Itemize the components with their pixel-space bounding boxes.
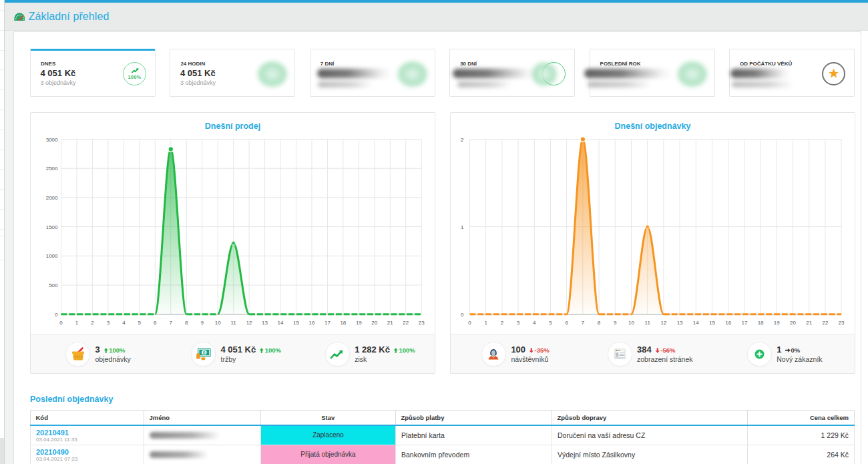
summary-card-2[interactable]: 24 HODIN4 051 Kč3 objednávky <box>170 49 295 97</box>
sidebar-separator <box>0 150 4 150</box>
order-date: 03.04.2021 07:23 <box>36 456 138 462</box>
data-point-dot[interactable] <box>232 241 236 245</box>
data-point-dot[interactable] <box>646 225 650 229</box>
card-period-label: 7 DNÍ <box>320 61 334 67</box>
blurred-customer-name <box>150 432 220 439</box>
orders-chart-stats-footer: 100-35%návštěvníků384-56%zobrazení strán… <box>451 334 855 373</box>
sidebar-footer-block <box>0 438 4 464</box>
summary-card-6[interactable]: OD POČÁTKU VĚKŮ★ <box>729 49 855 97</box>
sidebar-separator <box>0 169 4 170</box>
blurred-customer-name <box>150 451 208 458</box>
chart-up-icon-circle <box>325 342 350 367</box>
new-customer-icon <box>754 349 765 359</box>
blurred-card-subtext <box>457 81 512 87</box>
orders-section-heading: Poslední objednávky <box>30 395 113 404</box>
order-code-link[interactable]: 20210491 <box>36 429 138 437</box>
order-status-badge: Přijatá objednávka <box>261 445 396 464</box>
column-header-k-d[interactable]: Kód <box>31 411 144 426</box>
stat-value: 100 <box>511 344 525 355</box>
card-subtext: 3 objednávky <box>180 80 216 86</box>
basket-icon <box>70 346 86 361</box>
card-trend-badge: 100% <box>123 62 146 85</box>
column-header-stav[interactable]: Stav <box>261 411 396 426</box>
svg-text:12: 12 <box>246 320 252 326</box>
card-trend-percent: 100% <box>124 74 146 80</box>
stat-delta-value: -56% <box>660 346 675 354</box>
sidebar-separator <box>0 50 4 51</box>
svg-text:0: 0 <box>55 312 58 318</box>
card-period-label: POSLEDNÍ ROK <box>600 61 641 67</box>
order-row-20210490: 2021049003.04.2021 07:23Přijatá objednáv… <box>31 445 855 464</box>
svg-text:0: 0 <box>468 320 471 326</box>
flat-arrow-icon <box>785 346 791 355</box>
summary-card-5[interactable]: POSLEDNÍ ROK <box>590 49 715 97</box>
stat-label: objednávky <box>95 355 131 363</box>
order-row-20210491: 2021049103.04.2021 11:35ZaplacenoPlatebn… <box>31 425 855 445</box>
column-header-zp-sob-platby[interactable]: Způsob platby <box>396 411 552 426</box>
svg-text:4: 4 <box>533 320 536 326</box>
blurred-card-value <box>453 69 535 78</box>
sidebar-separator <box>0 10 4 11</box>
sales-chart-panel: Dnešní prodej050010001500200025003000012… <box>30 112 435 374</box>
svg-text:0: 0 <box>203 351 206 355</box>
stat-text: 1 282 Kč100%zisk <box>355 345 415 363</box>
svg-text:19: 19 <box>774 320 780 326</box>
card-period-label: 24 HODIN <box>180 61 205 67</box>
svg-text:16: 16 <box>309 320 315 326</box>
data-point-dot[interactable] <box>168 147 174 152</box>
x-axis-labels: 01234567891011121314151617181920212223 <box>59 320 425 326</box>
svg-text:23: 23 <box>419 320 425 326</box>
svg-text:2: 2 <box>91 320 94 326</box>
card-period-label: DNES <box>41 61 55 67</box>
blurred-card-subtext <box>588 81 652 87</box>
svg-text:11: 11 <box>230 320 236 326</box>
column-header-zp-sob-dopravy[interactable]: Způsob dopravy <box>552 411 748 426</box>
stat-label: Nový zákazník <box>777 355 822 363</box>
sidebar-separator <box>0 109 4 110</box>
up-arrow-icon <box>103 346 109 355</box>
blurred-trend-badge <box>396 57 432 91</box>
stat-delta-flat: 0% <box>785 346 801 354</box>
up-arrow-icon <box>259 346 264 355</box>
svg-text:10: 10 <box>628 320 634 326</box>
stat-delta-value: 100% <box>109 346 125 354</box>
svg-text:1500: 1500 <box>46 224 58 230</box>
stat-text: 4 051 Kč100%tržby <box>220 345 281 363</box>
pageviews-icon <box>614 349 626 359</box>
svg-text:2: 2 <box>501 320 504 326</box>
svg-text:20: 20 <box>790 320 796 326</box>
svg-text:16: 16 <box>725 320 731 326</box>
stat-tr-by: 04 051 Kč100%tržby <box>169 334 304 373</box>
customer-name-cell <box>144 425 261 445</box>
stat-label: zobrazení stránek <box>637 355 692 363</box>
stat-n-v-t-vn-k-: 100-35%návštěvníků <box>448 334 583 373</box>
summary-card-3[interactable]: 7 DNÍ <box>310 49 435 97</box>
svg-text:21: 21 <box>387 320 393 326</box>
svg-text:19: 19 <box>356 320 362 326</box>
customer-name-cell <box>144 445 261 464</box>
sidebar-separator <box>0 89 4 90</box>
column-header-cena-celkem[interactable]: Cena celkem <box>748 411 855 426</box>
order-code-cell: 2021049103.04.2021 11:35 <box>31 425 144 445</box>
svg-text:6: 6 <box>565 320 568 326</box>
svg-text:5: 5 <box>549 320 552 326</box>
blurred-card-value <box>584 69 672 78</box>
up-arrow-icon <box>393 346 399 355</box>
svg-text:1: 1 <box>484 320 487 326</box>
stat-delta-up: 100% <box>103 346 126 354</box>
svg-text:6: 6 <box>154 320 157 326</box>
data-point-dot[interactable] <box>580 137 586 142</box>
order-date: 03.04.2021 11:35 <box>36 437 138 443</box>
order-code-link[interactable]: 20210490 <box>36 448 138 456</box>
stat-delta-value: 0% <box>791 346 801 354</box>
stat-zobrazen--str-nek: 384-56%zobrazení stránek <box>583 334 718 373</box>
gauge-icon <box>14 13 25 21</box>
svg-text:22: 22 <box>822 320 828 326</box>
stat-nov--z-kazn-k: 10%Nový zákazník <box>717 334 852 373</box>
sales-chart-stats-footer: 3100%objednávky04 051 Kč100%tržby1 282 K… <box>31 334 435 373</box>
summary-card-1[interactable]: DNES4 051 Kč3 objednávky100% <box>30 49 156 97</box>
svg-text:20: 20 <box>371 320 377 326</box>
summary-card-4[interactable]: 30 DNÍ <box>449 49 575 97</box>
stat-delta-up: 100% <box>393 346 415 354</box>
column-header-jm-no[interactable]: Jméno <box>144 411 261 426</box>
